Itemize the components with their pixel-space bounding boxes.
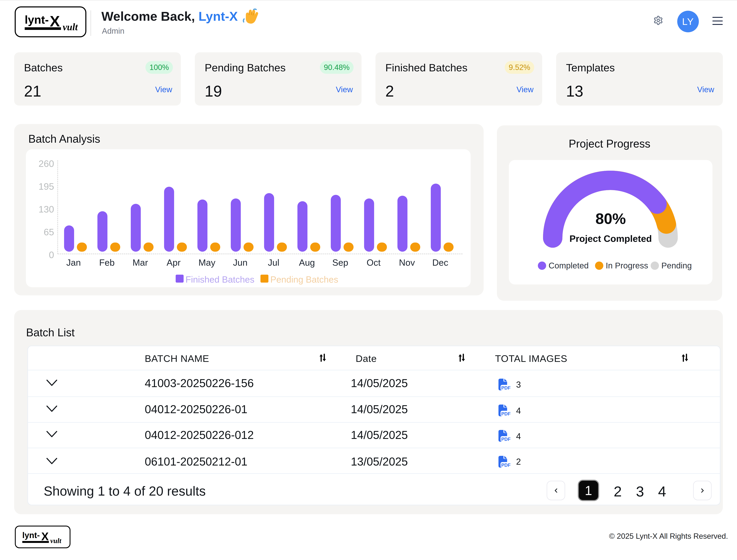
svg-text:PDF: PDF bbox=[501, 437, 511, 442]
svg-text:PDF: PDF bbox=[501, 411, 511, 416]
svg-text:PDF: PDF bbox=[501, 385, 511, 390]
svg-text:PDF: PDF bbox=[501, 463, 511, 468]
